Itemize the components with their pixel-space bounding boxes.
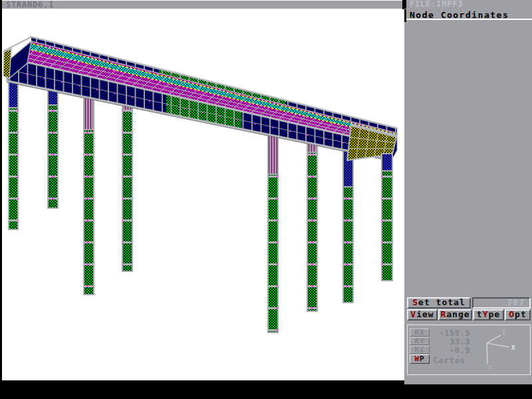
app-titlebar: STRAND6.1	[1, 1, 402, 9]
rz-value: -0.9	[432, 346, 470, 355]
file-bar: FILE:IMPF3	[406, 0, 532, 9]
opt-button[interactable]: Opt	[505, 309, 531, 321]
type-button[interactable]: tYpe	[473, 309, 504, 321]
wp-button[interactable]: WP	[410, 354, 430, 364]
panel-title: Node Coordinates	[406, 11, 532, 20]
axis-z-label: Z	[502, 329, 506, 336]
set-total-button[interactable]: Set total	[407, 297, 471, 309]
total-count-field: 707	[472, 297, 531, 309]
rx-value: -159.5	[432, 329, 470, 338]
ry-value: 33.3	[432, 337, 470, 346]
rz-button[interactable]: RZ	[410, 346, 430, 354]
near-girder-face	[7, 59, 391, 161]
axis-triad: Z X Y	[466, 327, 529, 373]
rotation-group: RX -159.5 RY 33.3 RZ -0.9 WP Cartes Z X …	[407, 325, 531, 375]
axis-x-label: X	[511, 344, 515, 351]
rx-button[interactable]: RX	[410, 329, 430, 336]
bridge-model-scene	[2, 9, 404, 380]
ry-button[interactable]: RY	[410, 337, 430, 345]
pier-column-right	[382, 154, 392, 281]
axis-y-label: Y	[488, 364, 492, 371]
range-button[interactable]: Range	[438, 309, 472, 321]
viewport-left-border	[0, 0, 2, 380]
model-viewport[interactable]	[2, 9, 404, 380]
bottom-status-bar	[0, 380, 404, 399]
application-window: STRAND6.1 FILE:IMPF3 Node Coordinates	[0, 0, 532, 399]
wp-coordinate-system: Cartes	[432, 356, 471, 365]
view-button[interactable]: View	[407, 309, 438, 321]
